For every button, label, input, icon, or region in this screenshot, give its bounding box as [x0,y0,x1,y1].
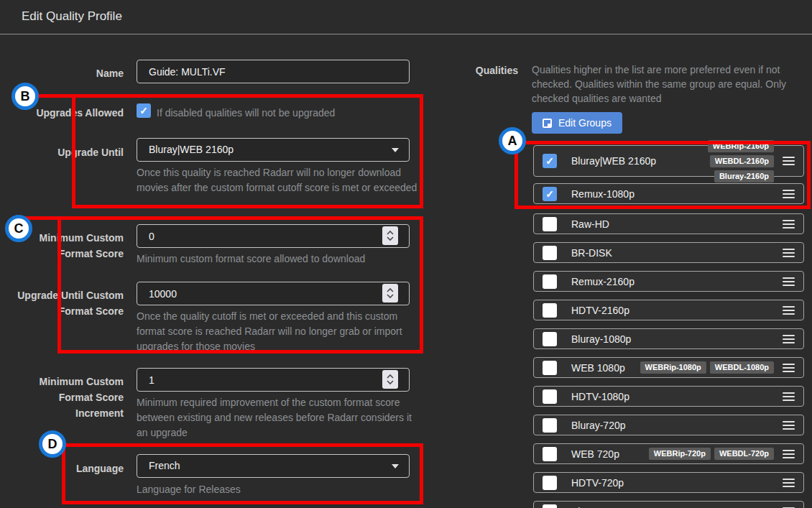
edit-quality-profile-dialog: Edit Quality Profile Name Upgrades Allow… [0,0,812,508]
quality-name: BR-DISK [571,247,612,259]
quality-checkbox[interactable] [543,217,557,231]
min-cfs-help: Minimum custom format score allowed to d… [137,251,418,267]
object-group-icon [543,119,552,128]
min-cfs-increment-help: Minimum required improvement of the cust… [137,395,418,440]
annotation-badge-a: A [499,127,526,154]
quality-row: Remux-1080p [533,183,804,204]
chevron-down-icon [392,464,399,468]
annotation-connector-c [19,216,60,220]
quality-name: Bluray|WEB 2160p [571,155,656,167]
drag-handle-icon[interactable] [783,277,795,286]
quality-row: Raw-HD [533,213,804,234]
quality-name: Remux-2160p [571,276,635,287]
quality-name: Bluray-576p [571,506,626,508]
upgrade-until-cfs-input[interactable] [137,282,410,305]
quality-name: Bluray-720p [571,420,626,431]
quality-row: Bluray-720p [533,415,804,435]
quality-tag: WEBRip-2160p [708,140,774,152]
chevron-down-icon [392,148,399,152]
drag-handle-icon[interactable] [783,157,795,165]
upgrade-until-help: Once this quality is reached Radarr will… [137,165,418,195]
quality-name: WEB 720p [571,448,619,460]
min-cfs-input[interactable] [137,224,410,248]
upgrade-until-label: Upgrade Until [9,144,124,160]
edit-groups-label: Edit Groups [558,117,612,129]
number-spinner[interactable] [382,226,398,245]
quality-row: WEB 720p WEBRip-720p WEBDL-720p [533,443,804,464]
qualities-description: Qualities higher in the list are more pr… [532,63,812,106]
quality-checkbox[interactable] [543,361,557,375]
quality-name: HDTV-720p [571,477,624,489]
quality-name: Bluray-1080p [571,333,631,345]
quality-row: Bluray-576p [533,501,804,508]
quality-checkbox[interactable] [543,418,557,433]
quality-row: Bluray|WEB 2160p WEBRip-2160p WEBDL-2160… [533,145,804,177]
name-input[interactable] [137,60,410,83]
quality-checkbox[interactable] [543,303,557,318]
quality-tag: WEBRip-1080p [640,361,706,374]
drag-handle-icon[interactable] [783,450,795,458]
quality-checkbox[interactable] [543,274,557,289]
quality-tags: WEBRip-2160p WEBDL-2160p Bluray-2160p [656,140,774,183]
quality-tags: WEBRip-1080p WEBDL-1080p [626,361,774,374]
quality-row: Remux-2160p [533,271,804,292]
language-label: Language [9,461,124,476]
qualities-list: Bluray|WEB 2160p WEBRip-2160p WEBDL-2160… [533,145,804,508]
language-help: Language for Releases [137,482,418,497]
quality-tag: WEBDL-2160p [710,155,774,167]
drag-handle-icon[interactable] [783,335,795,343]
quality-tag: Bluray-2160p [714,170,774,183]
quality-name: Remux-1080p [571,188,635,200]
quality-checkbox[interactable] [543,389,557,404]
number-spinner[interactable] [382,370,398,389]
language-select[interactable]: French [137,454,410,478]
quality-checkbox[interactable] [543,187,557,201]
upgrades-allowed-checkbox[interactable] [137,103,151,118]
annotation-connector-b [24,94,75,98]
quality-checkbox[interactable] [543,447,557,461]
quality-checkbox[interactable] [543,246,557,260]
drag-handle-icon[interactable] [783,421,795,430]
drag-handle-icon[interactable] [783,364,795,372]
drag-handle-icon[interactable] [783,190,795,198]
drag-handle-icon[interactable] [783,479,795,487]
upgrades-allowed-caption: If disabled qualities will not be upgrad… [157,106,415,121]
quality-name: HDTV-1080p [571,391,629,402]
quality-checkbox[interactable] [543,504,557,508]
quality-tags: WEBRip-720p WEBDL-720p [626,448,774,460]
language-value: French [149,460,180,471]
quality-row: BR-DISK [533,242,804,263]
quality-row: HDTV-1080p [533,386,804,407]
quality-name: WEB 1080p [571,362,625,374]
quality-name: HDTV-2160p [571,305,629,316]
upgrades-allowed-label: Upgrades Allowed [9,105,124,121]
dialog-header: Edit Quality Profile [0,0,812,34]
annotation-badge-d: D [39,430,66,458]
upgrade-until-value: Bluray|WEB 2160p [149,144,234,155]
quality-row: HDTV-2160p [533,300,804,320]
upgrade-until-cfs-help: Once the quality cutoff is met or exceed… [137,309,418,354]
edit-groups-button[interactable]: Edit Groups [532,112,622,134]
quality-row: WEB 1080p WEBRip-1080p WEBDL-1080p [533,357,804,378]
quality-tag: WEBDL-720p [714,448,774,460]
upgrade-until-cfs-label: Upgrade Until Custom Format Score [9,287,124,319]
quality-checkbox[interactable] [543,476,557,490]
annotation-connector-d [46,443,65,447]
quality-checkbox[interactable] [543,332,557,346]
quality-checkbox[interactable] [543,154,557,168]
drag-handle-icon[interactable] [783,392,795,401]
number-spinner[interactable] [382,284,398,303]
quality-row: HDTV-720p [533,472,804,493]
min-cfs-increment-input[interactable] [137,368,410,392]
quality-row: Bluray-1080p [533,328,804,349]
quality-name: Raw-HD [571,218,609,230]
drag-handle-icon[interactable] [783,249,795,257]
quality-tag: WEBRip-720p [649,448,711,460]
min-cfs-label: Minimum Custom Format Score [9,230,124,262]
drag-handle-icon[interactable] [783,220,795,228]
name-label: Name [9,65,124,81]
page-title: Edit Quality Profile [22,9,122,24]
drag-handle-icon[interactable] [783,306,795,315]
qualities-label: Qualities [446,65,518,76]
upgrade-until-select[interactable]: Bluray|WEB 2160p [137,138,410,162]
